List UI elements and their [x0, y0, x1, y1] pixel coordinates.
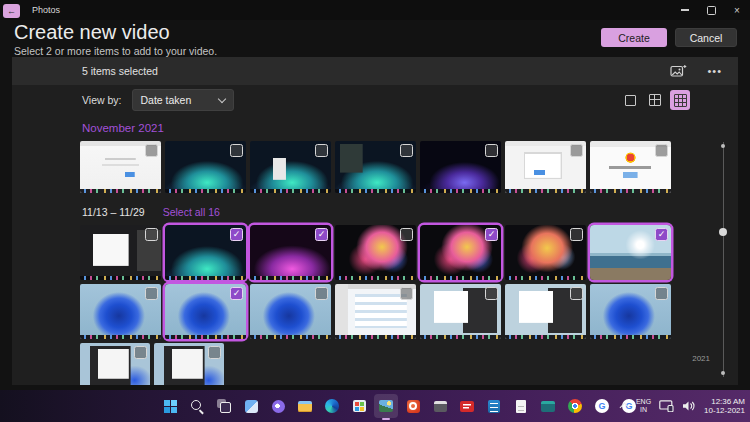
thumbnail-checkbox[interactable]: ✓: [315, 228, 328, 241]
thumbnail-checkbox[interactable]: [134, 346, 147, 359]
photo-thumbnail[interactable]: ✓: [590, 225, 671, 280]
minimize-button[interactable]: [672, 0, 698, 20]
folder-dark-icon[interactable]: [536, 394, 560, 418]
photo-thumbnail[interactable]: [335, 284, 416, 339]
window-controls: ×: [672, 0, 750, 20]
thumbnail-checkbox[interactable]: [315, 287, 328, 300]
taskbar-icons: [158, 390, 641, 422]
photo-thumbnail[interactable]: [335, 225, 416, 280]
thumbnail-checkbox[interactable]: ✓: [230, 287, 243, 300]
section-month-title: November 2021: [82, 122, 738, 134]
back-button[interactable]: ←: [3, 4, 20, 18]
cancel-button[interactable]: Cancel: [675, 28, 737, 47]
search-icon[interactable]: [185, 394, 209, 418]
photo-thumbnail[interactable]: [590, 284, 671, 339]
timeline-handle[interactable]: [719, 228, 727, 236]
chevron-down-icon: [217, 94, 225, 102]
photo-thumbnail[interactable]: [420, 141, 501, 193]
thumbnail-checkbox[interactable]: [400, 144, 413, 157]
google-icon[interactable]: [590, 394, 614, 418]
tray-date: 10-12-2021: [704, 406, 745, 416]
maximize-button[interactable]: [698, 0, 724, 20]
office-icon[interactable]: [401, 394, 425, 418]
edge-icon[interactable]: [320, 394, 344, 418]
photo-section: November 2021: [80, 122, 738, 193]
photos-icon[interactable]: [374, 394, 398, 418]
chrome-icon[interactable]: [563, 394, 587, 418]
photo-thumbnail[interactable]: [80, 225, 161, 280]
thumbnail-checkbox[interactable]: ✓: [485, 228, 498, 241]
section-range-row: 11/13 – 11/29Select all 16: [82, 206, 738, 218]
see-more-icon[interactable]: •••: [707, 65, 722, 77]
thumbnail-checkbox[interactable]: [655, 144, 668, 157]
widgets-icon[interactable]: [239, 394, 263, 418]
timeline-track: [723, 142, 724, 377]
thumbnail-checkbox[interactable]: [230, 144, 243, 157]
task-view-icon[interactable]: [212, 394, 236, 418]
thumbnail-checkbox[interactable]: ✓: [230, 228, 243, 241]
photo-grid: ✓✓✓✓✓: [80, 225, 680, 385]
photo-thumbnail[interactable]: [505, 284, 586, 339]
photo-thumbnail[interactable]: [335, 141, 416, 193]
cast-display-icon[interactable]: [659, 400, 674, 412]
timeline-bottom-dot: [721, 371, 725, 375]
store-icon[interactable]: [347, 394, 371, 418]
thumbnail-checkbox[interactable]: [655, 287, 668, 300]
slideshow-icon[interactable]: [670, 64, 687, 78]
create-button[interactable]: Create: [601, 28, 667, 47]
timeline-scrollbar[interactable]: [721, 142, 725, 377]
photo-thumbnail[interactable]: [505, 225, 586, 280]
select-all-link[interactable]: Select all 16: [163, 206, 220, 218]
thumbnail-checkbox[interactable]: [570, 287, 583, 300]
clock[interactable]: 12:36 AM 10-12-2021: [704, 397, 745, 416]
thumbnail-checkbox[interactable]: [208, 346, 221, 359]
photo-thumbnail[interactable]: ✓: [165, 225, 246, 280]
view-size-large-button[interactable]: [620, 90, 640, 110]
photo-thumbnail[interactable]: [590, 141, 671, 193]
chat-icon[interactable]: [266, 394, 290, 418]
timeline-top-dot: [721, 144, 725, 148]
minimize-icon: [681, 9, 689, 11]
view-size-small-button[interactable]: [670, 90, 690, 110]
thumbnail-checkbox[interactable]: ✓: [655, 228, 668, 241]
photo-thumbnail[interactable]: [420, 284, 501, 339]
photo-thumbnail[interactable]: ✓: [165, 284, 246, 339]
thumbnail-checkbox[interactable]: [485, 287, 498, 300]
speaker-icon[interactable]: [682, 400, 696, 412]
photo-thumbnail[interactable]: [80, 284, 161, 339]
thumbnail-checkbox[interactable]: [145, 228, 158, 241]
photo-thumbnail[interactable]: [154, 343, 224, 385]
taskbar: ENG IN 12:36 AM 10-12-2021: [0, 390, 750, 422]
thumbnail-checkbox[interactable]: [570, 228, 583, 241]
photo-grid: [80, 141, 680, 193]
photos-app-window: ← Photos × Create new video Select 2 or …: [0, 0, 750, 422]
photo-thumbnail[interactable]: [80, 141, 161, 193]
photo-thumbnail[interactable]: [505, 141, 586, 193]
photo-thumbnail[interactable]: ✓: [420, 225, 501, 280]
muo-icon[interactable]: [455, 394, 479, 418]
photo-thumbnail[interactable]: [250, 284, 331, 339]
thumbnail-checkbox[interactable]: [145, 287, 158, 300]
thumbnail-checkbox[interactable]: [485, 144, 498, 157]
reader-icon[interactable]: [482, 394, 506, 418]
hidden-icons-chevron-icon[interactable]: [619, 403, 629, 413]
start-icon[interactable]: [158, 394, 182, 418]
photo-thumbnail[interactable]: [80, 343, 150, 385]
printer-icon[interactable]: [428, 394, 452, 418]
photo-thumbnail[interactable]: ✓: [250, 225, 331, 280]
thumbnail-checkbox[interactable]: [145, 144, 158, 157]
view-size-toggles: [620, 90, 690, 110]
language-indicator[interactable]: ENG IN: [636, 398, 651, 414]
notepad-icon[interactable]: [509, 394, 533, 418]
thumbnail-checkbox[interactable]: [315, 144, 328, 157]
view-size-medium-button[interactable]: [645, 90, 665, 110]
photo-thumbnail[interactable]: [165, 141, 246, 193]
view-by-dropdown[interactable]: Date taken: [132, 89, 234, 111]
thumbnail-checkbox[interactable]: [570, 144, 583, 157]
thumbnail-checkbox[interactable]: [400, 228, 413, 241]
close-button[interactable]: ×: [724, 0, 750, 20]
app-title: Photos: [32, 5, 60, 15]
explorer-icon[interactable]: [293, 394, 317, 418]
photo-thumbnail[interactable]: [250, 141, 331, 193]
thumbnail-checkbox[interactable]: [400, 287, 413, 300]
